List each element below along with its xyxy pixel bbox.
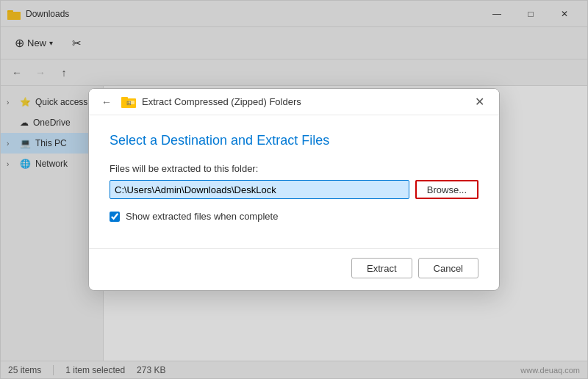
dialog-overlay: ← ⊞ Extract Compressed (Zipped) Folders …: [1, 1, 587, 378]
dialog-back-icon: ←: [101, 96, 112, 108]
dialog-title: Extract Compressed (Zipped) Folders: [142, 96, 468, 107]
show-files-label: Show extracted files when complete: [126, 211, 278, 222]
svg-text:⊞: ⊞: [126, 100, 132, 107]
dialog-close-icon: ✕: [475, 95, 484, 109]
dialog-close-button[interactable]: ✕: [468, 91, 490, 113]
extract-button[interactable]: Extract: [351, 258, 412, 278]
path-row: Browse...: [110, 180, 478, 199]
show-files-row: Show extracted files when complete: [110, 211, 478, 222]
path-input[interactable]: [110, 180, 409, 199]
explorer-window: Downloads — □ ✕ ⊕ New ▾ ✂ ← → ↑: [0, 0, 588, 379]
dialog-footer: Extract Cancel: [89, 248, 499, 290]
dialog-heading: Select a Destination and Extract Files: [110, 133, 478, 148]
path-label: Files will be extracted to this folder:: [110, 163, 478, 174]
show-files-checkbox[interactable]: [110, 212, 120, 222]
dialog-folder-icon: ⊞: [121, 95, 136, 109]
dialog-titlebar: ← ⊞ Extract Compressed (Zipped) Folders …: [89, 89, 499, 115]
dialog-back-button[interactable]: ←: [98, 93, 115, 111]
extract-dialog: ← ⊞ Extract Compressed (Zipped) Folders …: [88, 88, 500, 291]
browse-button[interactable]: Browse...: [415, 180, 478, 199]
dialog-body: Select a Destination and Extract Files F…: [89, 115, 499, 248]
cancel-button[interactable]: Cancel: [418, 258, 478, 278]
